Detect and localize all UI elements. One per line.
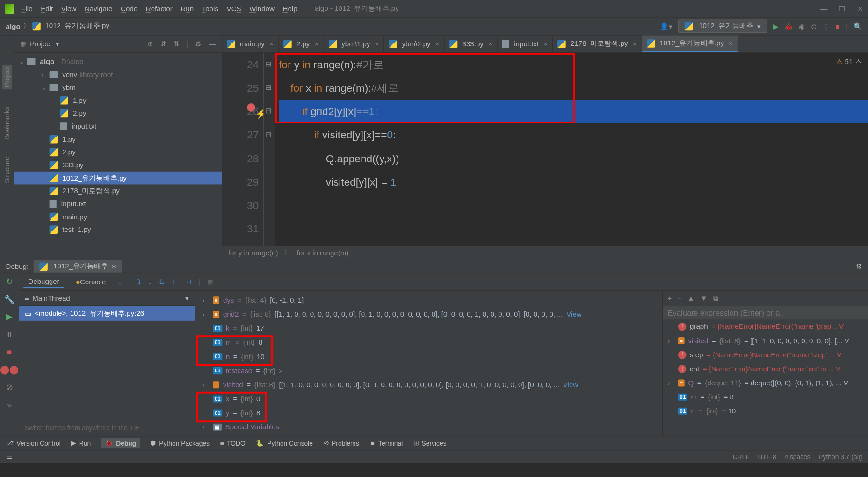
indent[interactable]: 4 spaces <box>784 453 810 460</box>
tool-todo[interactable]: ≡ TODO <box>220 440 246 447</box>
hide-icon[interactable]: — <box>209 40 216 48</box>
run-config-selector[interactable]: 1012_유기농배추 ▾ <box>678 19 767 33</box>
up-icon[interactable]: ▲ <box>687 294 694 303</box>
menu-refactor[interactable]: Refactor <box>146 4 173 13</box>
variable-row[interactable]: ›▦ Special Variables <box>198 420 660 434</box>
profile-icon[interactable]: ⊙ <box>811 22 817 30</box>
menu-view[interactable]: View <box>61 4 76 13</box>
tree-item[interactable]: test_1.py <box>14 223 222 236</box>
variables-panel[interactable]: ›≡ dys = {list: 4} [0, -1, 0, 1]›≡ grid2… <box>195 291 662 437</box>
project-view-label[interactable]: Project <box>30 40 52 48</box>
menu-navigate[interactable]: Navigate <box>85 4 113 13</box>
line-sep[interactable]: CRLF <box>733 453 750 460</box>
tree-item[interactable]: 1012_유기농배추.py <box>14 172 222 185</box>
coverage-icon[interactable]: ◉ <box>799 22 805 30</box>
variable-row[interactable]: 01 m = {int} 8 <box>198 335 660 349</box>
close-icon[interactable]: × <box>112 262 116 271</box>
watches-panel[interactable]: + − ▲ ▼ ⧉ ! graph = {NameError}NameError… <box>662 291 868 437</box>
tool-problems[interactable]: ⊘ Problems <box>324 440 359 447</box>
editor-tab[interactable]: ybm\1.py× <box>324 35 384 52</box>
menu-edit[interactable]: Edit <box>41 4 53 13</box>
watch-row[interactable]: ! step = {NameError}NameError("name 'ste… <box>663 348 868 362</box>
more-icon[interactable]: » <box>7 400 12 409</box>
step-out-icon[interactable]: ↑ <box>172 278 175 286</box>
encoding[interactable]: UTF-8 <box>758 453 776 460</box>
variable-row[interactable]: 01 n = {int} 10 <box>198 349 660 363</box>
editor-tab[interactable]: 333.py× <box>445 35 498 52</box>
debug-icon[interactable]: 🐞 <box>784 22 793 30</box>
editor-tab[interactable]: 2.py× <box>279 35 324 52</box>
editor-tab[interactable]: 1012_유기농배추.py× <box>642 35 738 52</box>
variable-row[interactable]: 01 k = {int} 17 <box>198 321 660 335</box>
debugger-tab[interactable]: Debugger <box>23 276 64 288</box>
variable-row[interactable]: 01 y = {int} 8 <box>198 406 660 420</box>
tree-item[interactable]: ⌄ybm <box>14 81 222 94</box>
watch-row[interactable]: ! graph = {NameError}NameError("name 'gr… <box>663 319 868 333</box>
stop-icon[interactable]: ■ <box>835 22 839 30</box>
tree-item[interactable]: main.py <box>14 210 222 224</box>
status-icon[interactable]: ▭ <box>6 453 13 461</box>
tree-item[interactable]: 2.py <box>14 107 222 120</box>
project-tool-button[interactable]: Project <box>2 65 11 89</box>
step-into-icon[interactable]: ↓ <box>148 278 152 286</box>
editor-tab[interactable]: input.txt× <box>498 35 553 52</box>
tool-terminal[interactable]: ▣ Terminal <box>369 440 403 447</box>
bookmarks-tool-button[interactable]: Bookmarks <box>3 107 10 139</box>
tree-root[interactable]: ⌄ algo D:\algo <box>14 55 222 68</box>
gear-icon[interactable]: ⚙ <box>856 262 862 271</box>
remove-watch-icon[interactable]: − <box>678 294 682 303</box>
user-icon[interactable]: 👤▾ <box>660 22 672 30</box>
mute-breakpoints-icon[interactable]: ⊘ <box>6 383 13 392</box>
collapse-all-icon[interactable]: ⇅ <box>174 40 180 48</box>
close-icon[interactable]: × <box>543 40 548 48</box>
tool-services[interactable]: ⊞ Services <box>413 440 447 447</box>
close-icon[interactable]: × <box>269 40 274 48</box>
breakpoint-icon[interactable] <box>247 103 255 112</box>
tool-run[interactable]: ▶ Run <box>71 440 91 447</box>
menu-vcs[interactable]: VCS <box>227 4 241 13</box>
inspection-badge[interactable]: ⚠51ㅅ <box>836 57 862 66</box>
maximize-icon[interactable]: ❐ <box>839 4 846 13</box>
watch-row[interactable]: 01 m = {int} = 8 <box>663 390 868 404</box>
console-tab[interactable]: ●Console <box>71 276 111 287</box>
tree-item[interactable]: input.txt <box>14 120 222 133</box>
more-icon[interactable]: ⋮ <box>823 22 830 30</box>
threads-icon[interactable]: ≡ <box>117 278 122 286</box>
down-icon[interactable]: ▼ <box>701 294 708 303</box>
variable-row[interactable]: ›≡ grid2 = {list: 8} [[1, 1, 0, 0, 0, 0,… <box>198 307 660 321</box>
search-icon[interactable]: 🔍 <box>854 22 862 30</box>
copy-icon[interactable]: ⧉ <box>713 294 718 303</box>
watch-row[interactable]: ›≡ Q = {deque: 11} = deque([(0, 0), (0, … <box>663 376 868 390</box>
editor-tab[interactable]: main.py× <box>222 35 279 52</box>
variable-row[interactable]: 01 x = {int} 0 <box>198 392 660 406</box>
close-icon[interactable]: × <box>375 40 379 48</box>
pause-icon[interactable]: ⏸ <box>5 330 14 339</box>
resume-icon[interactable]: ▶ <box>6 312 13 321</box>
menu-code[interactable]: Code <box>121 4 137 13</box>
tree-item[interactable]: ›venv library root <box>14 68 222 81</box>
chevron-down-icon[interactable]: ▾ <box>185 294 189 303</box>
tree-item[interactable]: 1.py <box>14 94 222 107</box>
tool-debug[interactable]: 🐞 Debug <box>101 438 140 448</box>
chevron-down-icon[interactable]: ▾ <box>56 40 59 48</box>
run-to-cursor-icon[interactable]: →I <box>182 278 191 286</box>
modify-icon[interactable]: 🔧 <box>4 294 14 304</box>
editor-tab[interactable]: 2178_미로탐색.py× <box>553 35 642 52</box>
evaluate-expression-input[interactable] <box>663 306 868 319</box>
project-tree[interactable]: ⌄ algo D:\algo ›venv library root⌄ybm1.p… <box>14 53 222 238</box>
rerun-icon[interactable]: ↻ <box>6 277 13 286</box>
stop-icon[interactable]: ■ <box>7 347 12 356</box>
menu-tools[interactable]: Tools <box>202 4 218 13</box>
step-over-icon[interactable]: ⤵ <box>137 278 141 286</box>
breakpoints-icon[interactable]: ⬤⬤ <box>0 365 19 374</box>
tree-item[interactable]: input.txt <box>14 197 222 210</box>
minimize-icon[interactable]: — <box>820 4 827 13</box>
watch-row[interactable]: ›≡ visited = {list: 8} = [[1, 1, 0, 0, 0… <box>663 333 868 347</box>
tree-item[interactable]: 1.py <box>14 133 222 146</box>
variable-row[interactable]: ›≡ visited = {list: 8} [[1, 1, 0, 0, 0, … <box>198 378 660 392</box>
menu-help[interactable]: Help <box>283 4 297 13</box>
step-into-my-icon[interactable]: ⇊ <box>159 278 165 286</box>
editor-tab[interactable]: ybm\2.py× <box>384 35 445 52</box>
expand-all-icon[interactable]: ⇵ <box>160 40 166 48</box>
close-icon[interactable]: × <box>729 39 733 48</box>
